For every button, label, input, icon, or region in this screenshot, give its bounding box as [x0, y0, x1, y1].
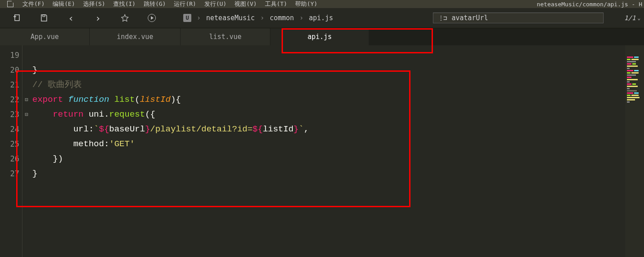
menu-find[interactable]: 查找(I) — [110, 0, 139, 8]
menu-view[interactable]: 视图(V) — [231, 0, 260, 8]
fold-marker[interactable]: ⊟ — [22, 107, 31, 122]
code-area[interactable]: }// 歌曲列表export function list(listId){ re… — [31, 45, 644, 257]
save-icon[interactable] — [40, 13, 49, 22]
code-line[interactable]: } — [31, 63, 644, 78]
code-line[interactable]: return uni.request({ — [31, 107, 644, 122]
app-icon — [7, 1, 13, 7]
tab-app-vue[interactable]: App.vue — [0, 28, 90, 45]
line-number[interactable]: 26 — [0, 152, 22, 166]
star-icon[interactable] — [120, 13, 129, 22]
line-number[interactable]: 24 — [0, 122, 22, 137]
line-gutter[interactable]: 192021222324252627 — [0, 45, 22, 257]
tab-bar: App.vue index.vue list.vue api.js — [0, 28, 644, 45]
forward-icon[interactable]: › — [93, 13, 102, 22]
run-icon[interactable] — [147, 13, 156, 22]
chevron-right-icon: › — [260, 14, 264, 22]
chevron-down-icon[interactable]: ⌄ — [637, 15, 640, 21]
menu-bar: 文件(F) 编辑(E) 选择(S) 查找(I) 跳转(G) 运行(R) 发行(U… — [0, 0, 644, 8]
fold-marker[interactable] — [22, 48, 31, 63]
project-icon: U — [183, 14, 191, 22]
editor: 192021222324252627 ⊟⊟ }// 歌曲列表export fun… — [0, 45, 644, 257]
menu-edit[interactable]: 编辑(E) — [49, 0, 78, 8]
chevron-right-icon: › — [300, 14, 304, 22]
fold-marker[interactable] — [22, 63, 31, 78]
breadcrumb-file[interactable]: api.js — [309, 14, 333, 22]
tab-api-js[interactable]: api.js — [270, 28, 369, 45]
code-line[interactable]: url:`${baseUrl}/playlist/detail?id=${lis… — [31, 122, 644, 137]
menu-file[interactable]: 文件(F) — [19, 0, 48, 8]
menu-tools[interactable]: 工具(T) — [261, 0, 291, 8]
fold-column[interactable]: ⊟⊟ — [22, 45, 31, 257]
menu-select[interactable]: 选择(S) — [79, 0, 109, 8]
code-line[interactable]: }) — [31, 152, 644, 166]
search-icon: ⋮⊐ — [438, 14, 446, 22]
new-file-icon[interactable] — [13, 13, 22, 22]
breadcrumb-folder[interactable]: common — [269, 14, 294, 22]
minimap[interactable] — [625, 45, 644, 257]
menu-run[interactable]: 运行(R) — [170, 0, 199, 8]
menu-publish[interactable]: 发行(U) — [201, 0, 230, 8]
fold-marker[interactable] — [22, 166, 31, 181]
line-number[interactable]: 27 — [0, 166, 22, 181]
chevron-right-icon: › — [197, 14, 201, 22]
line-number[interactable]: 25 — [0, 137, 22, 152]
code-line[interactable]: } — [31, 166, 644, 181]
code-line[interactable]: export function list(listId){ — [31, 92, 644, 107]
line-number[interactable]: 21 — [0, 78, 22, 92]
line-number[interactable]: 20 — [0, 63, 22, 78]
fold-marker[interactable] — [22, 137, 31, 152]
code-line[interactable]: method:'GET' — [31, 137, 644, 152]
tab-empty — [369, 28, 423, 45]
fold-marker[interactable] — [22, 152, 31, 166]
find-input[interactable]: avatarUrl — [451, 14, 488, 22]
line-number[interactable]: 19 — [0, 48, 22, 63]
window-title: neteaseMusic/common/api.js - H — [537, 1, 644, 8]
tab-list-vue[interactable]: list.vue — [181, 28, 270, 45]
find-count: 1/1 ⌄ — [624, 14, 640, 22]
toolbar: ‹ › U › neteaseMusic › common › api.js ⋮… — [0, 8, 644, 28]
svg-rect-3 — [43, 15, 45, 17]
line-number[interactable]: 22 — [0, 92, 22, 107]
menu-goto[interactable]: 跳转(G) — [140, 0, 169, 8]
fold-marker[interactable] — [22, 78, 31, 92]
menu-help[interactable]: 帮助(Y) — [291, 0, 321, 8]
line-number[interactable]: 23 — [0, 107, 22, 122]
back-icon[interactable]: ‹ — [66, 13, 75, 22]
fold-marker[interactable] — [22, 122, 31, 137]
svg-rect-0 — [15, 15, 19, 21]
breadcrumb-project[interactable]: neteaseMusic — [206, 14, 255, 22]
find-box[interactable]: ⋮⊐ avatarUrl — [433, 13, 604, 23]
fold-marker[interactable]: ⊟ — [22, 92, 31, 107]
tab-index-vue[interactable]: index.vue — [90, 28, 181, 45]
find-count-label: 1/1 — [624, 14, 635, 22]
menu-left: 文件(F) 编辑(E) 选择(S) 查找(I) 跳转(G) 运行(R) 发行(U… — [9, 0, 321, 8]
code-line[interactable]: // 歌曲列表 — [31, 78, 644, 92]
breadcrumbs[interactable]: U › neteaseMusic › common › api.js — [183, 14, 333, 22]
code-line[interactable] — [31, 48, 644, 63]
